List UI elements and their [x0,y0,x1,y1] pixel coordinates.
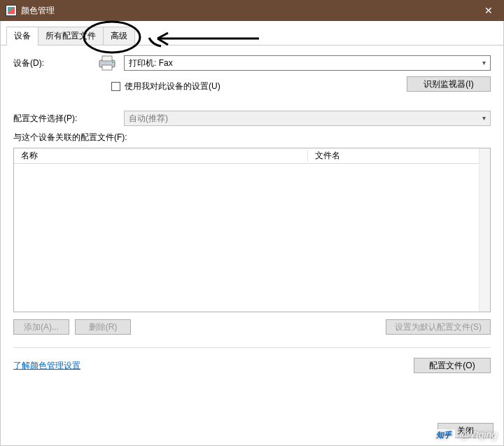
remove-button: 删除(R) [75,319,131,335]
chevron-down-icon: ▾ [482,59,486,67]
svg-rect-1 [102,56,112,61]
chevron-down-icon: ▾ [482,114,486,122]
set-default-button: 设置为默认配置文件(S) [386,319,491,335]
button-label: 设置为默认配置文件(S) [395,321,482,333]
scrollbar[interactable] [479,148,490,312]
profiles-button[interactable]: 配置文件(O) [414,358,491,373]
button-label: 删除(R) [89,321,118,333]
close-icon: ✕ [484,5,493,16]
device-row: 设备(D): 打印机: Fax ▾ [13,55,491,71]
close-dialog-button[interactable]: 关闭 [438,423,493,438]
use-my-settings-checkbox[interactable] [111,82,120,91]
client-area: 设备 所有配置文件 高级 设备(D): 打印机: Fax ▾ [0,21,504,446]
profile-select-label: 配置文件选择(P): [13,113,97,125]
divider [13,347,491,348]
profile-select-value: 自动(推荐) [129,113,168,125]
identify-monitors-button[interactable]: 识别监视器(I) [407,76,491,92]
profile-select: 自动(推荐) ▾ [124,111,491,126]
tab-all-profiles[interactable]: 所有配置文件 [38,27,104,45]
device-select-value: 打印机: Fax [129,57,173,69]
use-my-settings-row: 使用我对此设备的设置(U) [13,81,220,92]
footer-row: 了解颜色管理设置 配置文件(O) [13,358,491,373]
list-button-row: 添加(A)... 删除(R) 设置为默认配置文件(S) [13,319,491,335]
svg-point-3 [112,62,113,63]
profiles-list: 名称 文件名 [13,148,491,312]
button-label: 配置文件(O) [429,360,475,372]
list-body[interactable] [14,164,479,312]
device-select[interactable]: 打印机: Fax ▾ [124,55,491,71]
app-icon [6,5,17,16]
button-label: 识别监视器(I) [424,78,473,90]
list-header: 名称 文件名 [14,148,479,164]
column-header-filename[interactable]: 文件名 [308,150,479,162]
profile-select-row: 配置文件选择(P): 自动(推荐) ▾ [13,111,491,126]
tab-label: 所有配置文件 [46,31,96,41]
associated-profiles-label: 与这个设备关联的配置文件(F): [13,132,491,144]
tab-strip: 设备 所有配置文件 高级 [1,21,503,46]
svg-rect-2 [102,65,112,70]
learn-link[interactable]: 了解颜色管理设置 [13,360,80,372]
printer-icon [97,55,117,71]
tab-label: 设备 [14,31,31,41]
button-label: 关闭 [457,425,474,437]
use-my-settings-label: 使用我对此设备的设置(U) [125,81,220,92]
tab-devices[interactable]: 设备 [6,27,38,45]
window-title: 颜色管理 [21,5,55,17]
title-bar: 颜色管理 ✕ [0,0,504,21]
tab-advanced[interactable]: 高级 [103,27,135,45]
device-label: 设备(D): [13,57,97,69]
column-header-name[interactable]: 名称 [14,150,308,162]
add-button: 添加(A)... [13,319,69,335]
tab-label: 高级 [111,31,127,41]
button-label: 添加(A)... [24,321,59,333]
close-button[interactable]: ✕ [472,0,504,21]
panel-devices: 设备(D): 打印机: Fax ▾ 使用我对此设备的设置(U) [1,46,503,383]
